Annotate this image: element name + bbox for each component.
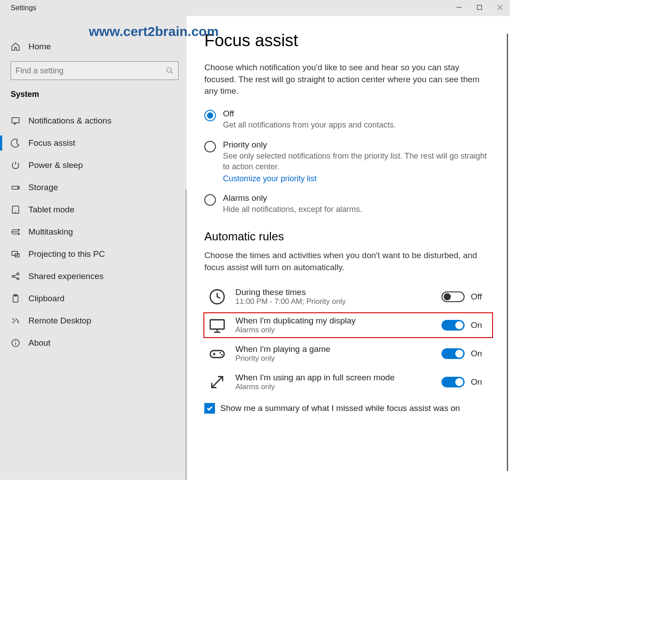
- titlebar: Settings: [0, 0, 510, 16]
- sidebar-item-about[interactable]: About: [0, 332, 187, 354]
- svg-point-4: [167, 68, 171, 72]
- sidebar-item-label: Power & sleep: [28, 160, 83, 170]
- scrollbar[interactable]: [507, 34, 508, 471]
- settings-window: Settings www.cert2brain.com Home System …: [0, 0, 510, 480]
- rule-subtitle: Alarms only: [235, 383, 433, 391]
- fullscreen-icon: [208, 373, 227, 391]
- sidebar: www.cert2brain.com Home System Notificat…: [0, 16, 187, 480]
- rule-toggle-label: Off: [471, 292, 489, 302]
- sidebar-item-label: Projecting to this PC: [28, 249, 105, 259]
- radio-description: See only selected notifications from the…: [223, 151, 489, 172]
- remote-desktop-icon: [11, 316, 20, 326]
- sidebar-item-clipboard[interactable]: Clipboard: [0, 287, 187, 310]
- automatic-rules-description: Choose the times and activities when you…: [204, 250, 489, 273]
- sidebar-item-label: Remote Desktop: [28, 316, 91, 326]
- tablet-icon: [11, 205, 20, 215]
- svg-rect-1: [477, 5, 481, 10]
- sidebar-item-notifications[interactable]: Notifications & actions: [0, 110, 187, 132]
- checkbox-checked-icon: [204, 403, 215, 414]
- close-button[interactable]: [489, 0, 510, 16]
- sidebar-item-tablet-mode[interactable]: Tablet mode: [0, 199, 187, 221]
- radio-description: Hide all notifications, except for alarm…: [223, 204, 362, 215]
- svg-point-37: [221, 354, 223, 356]
- radio-indicator: [204, 110, 216, 121]
- radio-indicator: [204, 141, 216, 152]
- home-label: Home: [28, 42, 51, 52]
- rule-toggle[interactable]: [441, 348, 465, 359]
- sidebar-item-remote-desktop[interactable]: Remote Desktop: [0, 310, 187, 332]
- share-icon: [11, 271, 20, 281]
- clock-icon: [208, 287, 227, 306]
- gamepad-icon: [208, 344, 227, 363]
- rule-toggle[interactable]: [441, 291, 465, 302]
- sidebar-item-multitasking[interactable]: Multitasking: [0, 221, 187, 243]
- svg-point-14: [18, 229, 20, 231]
- rule-title: When I'm using an app in full screen mod…: [235, 373, 433, 383]
- rule-fullscreen-app[interactable]: When I'm using an app in full screen mod…: [204, 370, 492, 394]
- page-description: Choose which notification you'd like to …: [204, 62, 489, 97]
- svg-rect-17: [12, 251, 18, 255]
- radio-label: Alarms only: [223, 193, 362, 203]
- projecting-icon: [11, 249, 20, 259]
- svg-rect-6: [12, 118, 20, 123]
- sidebar-item-projecting[interactable]: Projecting to this PC: [0, 243, 187, 265]
- rule-toggle-label: On: [471, 349, 489, 359]
- minimize-button[interactable]: [449, 0, 469, 16]
- page-title: Focus assist: [204, 31, 492, 50]
- close-icon: [497, 4, 503, 12]
- search-field[interactable]: [11, 61, 179, 80]
- focus-mode-radio-group: Off Get all notifications from your apps…: [204, 109, 492, 215]
- rule-duplicating-display[interactable]: When I'm duplicating my display Alarms o…: [204, 313, 492, 337]
- radio-option-alarms-only[interactable]: Alarms only Hide all notifications, exce…: [204, 193, 492, 215]
- svg-point-16: [18, 233, 20, 235]
- sidebar-item-focus-assist[interactable]: Focus assist: [0, 132, 187, 154]
- rule-subtitle: Alarms only: [235, 326, 433, 335]
- rule-subtitle: 11:00 PM - 7:00 AM; Priority only: [235, 297, 433, 306]
- rule-toggle-label: On: [471, 320, 489, 330]
- rule-toggle[interactable]: [441, 320, 465, 331]
- rule-title: When I'm playing a game: [235, 344, 433, 354]
- sidebar-item-storage[interactable]: Storage: [0, 176, 187, 199]
- search-icon: [166, 67, 174, 75]
- minimize-icon: [456, 4, 462, 12]
- svg-line-22: [14, 274, 17, 276]
- sidebar-item-label: Multitasking: [28, 227, 73, 237]
- radio-indicator: [204, 194, 216, 206]
- moon-icon: [11, 138, 20, 148]
- sidebar-item-label: Tablet mode: [28, 205, 75, 215]
- radio-label: Off: [223, 109, 396, 119]
- rule-subtitle: Priority only: [235, 354, 433, 363]
- message-icon: [11, 116, 20, 126]
- summary-checkbox-row[interactable]: Show me a summary of what I missed while…: [204, 403, 492, 414]
- maximize-button[interactable]: [469, 0, 489, 16]
- rule-title: When I'm duplicating my display: [235, 316, 433, 326]
- rule-playing-game[interactable]: When I'm playing a game Priority only On: [204, 342, 492, 366]
- rule-title: During these times: [235, 287, 433, 297]
- search-input[interactable]: [16, 62, 166, 80]
- sidebar-item-label: About: [28, 338, 51, 348]
- sidebar-item-label: Focus assist: [28, 138, 76, 148]
- maximize-icon: [477, 4, 482, 12]
- rule-during-these-times[interactable]: During these times 11:00 PM - 7:00 AM; P…: [204, 285, 492, 309]
- radio-option-off[interactable]: Off Get all notifications from your apps…: [204, 109, 492, 130]
- clipboard-icon: [11, 294, 20, 303]
- window-title: Settings: [0, 4, 36, 12]
- radio-description: Get all notifications from your apps and…: [223, 120, 396, 130]
- monitor-icon: [208, 316, 227, 335]
- sidebar-item-label: Clipboard: [28, 294, 64, 303]
- radio-option-priority-only[interactable]: Priority only See only selected notifica…: [204, 140, 492, 183]
- summary-checkbox-label: Show me a summary of what I missed while…: [220, 403, 460, 413]
- sidebar-item-shared-experiences[interactable]: Shared experiences: [0, 265, 187, 287]
- automatic-rules-heading: Automatic rules: [204, 230, 492, 243]
- rule-toggle[interactable]: [441, 377, 465, 387]
- sidebar-item-label: Storage: [28, 183, 58, 192]
- sidebar-item-label: Shared experiences: [28, 271, 103, 281]
- svg-rect-30: [210, 320, 224, 329]
- power-icon: [11, 160, 20, 170]
- storage-icon: [11, 183, 20, 192]
- sidebar-section-title: System: [0, 88, 187, 105]
- watermark-text: www.cert2brain.com: [89, 24, 219, 39]
- customize-priority-link[interactable]: Customize your priority list: [223, 174, 489, 183]
- sidebar-item-power-sleep[interactable]: Power & sleep: [0, 154, 187, 176]
- svg-point-36: [219, 352, 221, 354]
